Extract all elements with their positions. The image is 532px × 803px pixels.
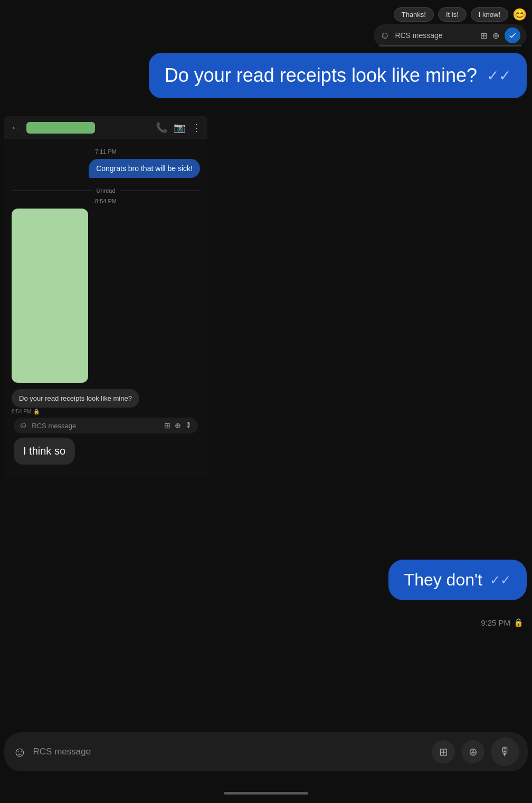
think-so-bubble-inner: I think so	[14, 438, 75, 465]
unread-label: Unread	[96, 187, 115, 194]
suggestion-bar: Thanks! It is! I know! 😊	[394, 7, 527, 22]
main-outgoing-bubble: Do your read receipts look like mine? ✓✓	[149, 53, 527, 98]
question-bubble-phone: Do your read receipts look like mine?	[12, 389, 139, 408]
unread-line-left	[12, 191, 92, 191]
phone-ui: ← 📞 📷 ⋮ 7:11 PM Congrats bro that will b…	[4, 116, 207, 478]
rcs-emoji-icon[interactable]: ☺	[19, 421, 27, 430]
main-bubble-text: Do your read receipts look like mine?	[165, 64, 477, 87]
suggestion-iknow[interactable]: I know!	[471, 7, 508, 22]
rcs-input-bar-phone[interactable]: ☺ RCS message ⊞ ⊕ 🎙	[14, 418, 198, 433]
unread-line-right	[120, 191, 200, 191]
lock-icon-small: 🔒	[33, 409, 40, 414]
top-add-icon[interactable]: ⊕	[492, 31, 499, 41]
rcs-mic-icon[interactable]: 🎙	[185, 421, 193, 430]
top-gallery-icon[interactable]: ⊞	[480, 31, 487, 41]
bottom-placeholder[interactable]: RCS message	[33, 747, 425, 757]
timestamp-1: 7:11 PM	[12, 148, 200, 155]
timestamp-2: 8:54 PM	[12, 198, 200, 204]
bottom-mic-button[interactable]: 🎙	[491, 738, 519, 766]
bottom-emoji-icon[interactable]: ☺	[13, 744, 27, 760]
top-emoji-icon[interactable]: ☺	[380, 30, 390, 41]
main-bubble-check-icon: ✓✓	[487, 67, 511, 84]
unread-divider: Unread	[12, 187, 200, 194]
emoji-suggestion[interactable]: 😊	[512, 8, 527, 22]
back-button[interactable]: ←	[11, 121, 21, 134]
rcs-gallery-icon[interactable]: ⊞	[164, 421, 170, 430]
chat-body: 7:11 PM Congrats bro that will be sick! …	[4, 139, 207, 472]
rcs-add-icon[interactable]: ⊕	[175, 421, 181, 430]
video-call-icon[interactable]: 📷	[174, 122, 185, 134]
topbar-icons: 📞 📷 ⋮	[156, 122, 201, 134]
congrats-bubble: Congrats bro that will be sick!	[89, 159, 200, 178]
they-dont-text: They don't	[404, 570, 482, 590]
contact-name-placeholder	[26, 122, 95, 134]
sent-time-text: 9:25 PM	[481, 618, 510, 627]
top-input-placeholder[interactable]: RCS message	[395, 31, 475, 40]
sent-lock-icon: 🔒	[514, 618, 524, 627]
phone-topbar: ← 📞 📷 ⋮	[4, 116, 207, 139]
bottom-gallery-button[interactable]: ⊞	[432, 740, 455, 763]
top-divider	[379, 45, 521, 46]
suggestion-thanks[interactable]: Thanks!	[394, 7, 434, 22]
bubble-meta-time: 8:54 PM 🔒	[12, 409, 200, 414]
image-attachment	[12, 209, 88, 383]
they-dont-check-icon: ✓✓	[490, 573, 511, 588]
bottom-add-button[interactable]: ⊕	[461, 740, 484, 763]
phone-call-icon[interactable]: 📞	[156, 122, 167, 134]
more-options-icon[interactable]: ⋮	[192, 122, 201, 134]
they-dont-bubble: They don't ✓✓	[388, 560, 527, 600]
rcs-placeholder-phone[interactable]: RCS message	[32, 422, 160, 430]
top-rcs-input-bar: ☺ RCS message ⊞ ⊕	[374, 24, 527, 46]
they-dont-section: They don't ✓✓	[388, 560, 527, 600]
suggestion-itis[interactable]: It is!	[438, 7, 467, 22]
sent-time: 9:25 PM 🔒	[481, 618, 524, 627]
bottom-input-bar[interactable]: ☺ RCS message ⊞ ⊕ 🎙	[4, 732, 528, 771]
top-send-button[interactable]	[505, 27, 520, 43]
home-bar	[224, 792, 308, 795]
